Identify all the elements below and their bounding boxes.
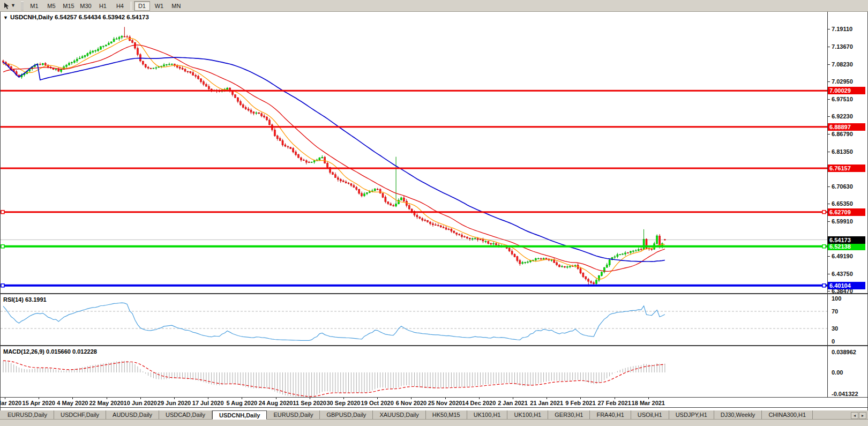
time-tick-label: 19 Oct 2020 bbox=[361, 400, 394, 406]
ohlc-values: 6.54257 6.54434 6.53942 6.54173 bbox=[55, 14, 149, 20]
rsi-axis[interactable]: 10070300 bbox=[827, 294, 867, 345]
time-tick bbox=[648, 398, 649, 399]
chart-tab-gbpusd-6[interactable]: GBPUSD,Daily bbox=[320, 410, 373, 419]
timeframe-button-m30[interactable]: M30 bbox=[78, 1, 94, 11]
axis-tick bbox=[828, 116, 830, 117]
axis-tick bbox=[828, 186, 830, 187]
rsi-plot: RSI(14) 63.1991 bbox=[1, 294, 827, 345]
time-tick-label: 22 May 2020 bbox=[89, 400, 123, 406]
price-pane[interactable]: ▼USDCNH,Daily 6.54257 6.54434 6.53942 6.… bbox=[1, 12, 867, 294]
price-axis[interactable]: 7.191107.136707.082307.029506.975106.922… bbox=[827, 12, 867, 293]
cursor-tool-button[interactable]: ▼ bbox=[0, 1, 19, 11]
macd-label: MACD(12,26,9) 0.015660 0.012228 bbox=[3, 348, 97, 355]
price-tick-label: 6.97510 bbox=[832, 96, 853, 102]
chart-tab-uk100-9[interactable]: UK100,H1 bbox=[467, 410, 508, 419]
time-tick bbox=[377, 398, 378, 399]
axis-tick bbox=[828, 221, 830, 222]
time-tick bbox=[580, 398, 581, 399]
line-price-label: 6.52138 bbox=[828, 243, 865, 250]
timeframe-button-w1[interactable]: W1 bbox=[151, 1, 167, 11]
macd-chart bbox=[1, 346, 827, 397]
rsi-chart bbox=[1, 294, 827, 345]
axis-tick bbox=[828, 256, 830, 257]
chart-tab-usoil-13[interactable]: USOil,H1 bbox=[631, 410, 669, 419]
axis-tick bbox=[828, 81, 830, 82]
line-price-label: 6.76157 bbox=[828, 165, 865, 172]
time-tick-label: 17 Jul 2020 bbox=[192, 400, 224, 406]
time-tick bbox=[479, 398, 480, 399]
time-tick-label: 10 Jun 2020 bbox=[124, 400, 157, 406]
time-tick-label: 4 May 2020 bbox=[57, 400, 88, 406]
time-tick bbox=[276, 398, 276, 399]
macd-plot: MACD(12,26,9) 0.015660 0.012228 bbox=[1, 346, 827, 397]
macd-tick-label: 0.00 bbox=[832, 369, 843, 376]
time-tick-label: 5 Aug 2020 bbox=[227, 400, 258, 406]
timeframe-button-d1[interactable]: D1 bbox=[134, 1, 150, 11]
price-tick-label: 6.59910 bbox=[832, 218, 853, 225]
rsi-tick-label: 70 bbox=[832, 308, 838, 315]
axis-tick bbox=[828, 47, 830, 47]
price-tick-label: 6.92230 bbox=[832, 113, 853, 119]
chart-tab-usdjpy-14[interactable]: USDJPY,H1 bbox=[669, 410, 714, 419]
chart-tab-usdchf-1[interactable]: USDCHF,Daily bbox=[54, 410, 106, 419]
chart-tab-audusd-2[interactable]: AUDUSD,Daily bbox=[106, 410, 159, 419]
time-tick bbox=[140, 398, 141, 399]
time-tick bbox=[310, 398, 310, 399]
chart-tab-eurusd-0[interactable]: EURUSD,Daily bbox=[1, 410, 54, 419]
timeframe-button-m5[interactable]: M5 bbox=[43, 1, 59, 11]
chart-tab-china300-16[interactable]: CHINA300,H1 bbox=[762, 410, 813, 419]
cursor-arrow-icon bbox=[3, 2, 10, 10]
price-tick-label: 6.49190 bbox=[832, 253, 853, 259]
time-tick bbox=[411, 398, 411, 399]
time-axis[interactable]: 27 Mar 202015 Apr 20204 May 202022 May 2… bbox=[1, 398, 867, 408]
toolbar-grip bbox=[21, 2, 24, 10]
timeframe-button-mn[interactable]: MN bbox=[168, 1, 184, 11]
symbol-dropdown-icon[interactable]: ▼ bbox=[3, 15, 8, 20]
chart-tab-hk50-8[interactable]: HK50,M15 bbox=[426, 410, 467, 419]
price-tick-label: 7.02950 bbox=[832, 78, 853, 85]
time-tick bbox=[208, 398, 208, 399]
candlestick-chart bbox=[1, 12, 827, 293]
time-tick bbox=[5, 398, 5, 399]
chart-tab-xauusd-7[interactable]: XAUUSD,Daily bbox=[373, 410, 425, 419]
rsi-pane[interactable]: RSI(14) 63.1991 10070300 bbox=[1, 294, 867, 346]
time-tick bbox=[343, 398, 344, 399]
axis-tick bbox=[828, 204, 830, 204]
chart-tab-eurusd-5[interactable]: EURUSD,Daily bbox=[267, 410, 320, 419]
current-price-label: 6.54173 bbox=[828, 236, 865, 244]
chart-tab-uk100-10[interactable]: UK100,H1 bbox=[507, 410, 548, 419]
timeframe-button-h1[interactable]: H1 bbox=[95, 1, 111, 11]
top-toolbar: ▼ M1M5M15M30H1H4D1W1MN bbox=[0, 0, 868, 12]
axis-tick bbox=[828, 134, 830, 134]
symbol-tabs-bar: EURUSD,DailyUSDCHF,DailyAUDUSD,DailyUSDC… bbox=[0, 410, 868, 420]
time-tick bbox=[72, 398, 73, 399]
time-tick-label: 11 Sep 2020 bbox=[293, 400, 326, 406]
tab-scroll-arrows: ◂▸ bbox=[851, 412, 868, 419]
time-tick-label: 18 Mar 2021 bbox=[632, 400, 665, 406]
chart-window: ▼USDCNH,Daily 6.54257 6.54434 6.53942 6.… bbox=[0, 12, 868, 410]
time-tick-label: 24 Aug 2020 bbox=[259, 400, 293, 406]
time-tick-label: 30 Sep 2020 bbox=[327, 400, 361, 406]
timeframe-button-h4[interactable]: H4 bbox=[112, 1, 128, 11]
time-tick bbox=[445, 398, 446, 399]
tab-scroll-left-button[interactable]: ◂ bbox=[851, 412, 858, 419]
time-tick-label: 27 Mar 2020 bbox=[0, 400, 21, 406]
time-tick bbox=[547, 398, 547, 399]
timeframe-button-m15[interactable]: M15 bbox=[61, 1, 77, 11]
chart-tab-fra40-12[interactable]: FRA40,H1 bbox=[590, 410, 631, 419]
time-tick-label: 27 Feb 2021 bbox=[597, 400, 631, 406]
time-tick-label: 29 Jun 2020 bbox=[158, 400, 191, 406]
toolbar-separator bbox=[131, 2, 131, 10]
timeframe-button-m1[interactable]: M1 bbox=[26, 1, 42, 11]
tab-scroll-right-button[interactable]: ▸ bbox=[859, 412, 866, 419]
time-tick bbox=[615, 398, 615, 399]
axis-tick bbox=[828, 291, 830, 292]
chart-tab-usdcnh-4[interactable]: USDCNH,Daily bbox=[212, 410, 267, 420]
axis-tick bbox=[828, 99, 830, 100]
price-plot[interactable]: ▼USDCNH,Daily 6.54257 6.54434 6.53942 6.… bbox=[1, 12, 827, 293]
chart-tab-dj30-15[interactable]: DJ30,Weekly bbox=[714, 410, 762, 419]
chart-tab-usdcad-3[interactable]: USDCAD,Daily bbox=[159, 410, 212, 419]
macd-axis[interactable]: 0.0389620.00-0.041322 bbox=[827, 346, 867, 397]
macd-pane[interactable]: MACD(12,26,9) 0.015660 0.012228 0.038962… bbox=[1, 346, 867, 398]
chart-tab-ger30-11[interactable]: GER30,H1 bbox=[548, 410, 590, 419]
